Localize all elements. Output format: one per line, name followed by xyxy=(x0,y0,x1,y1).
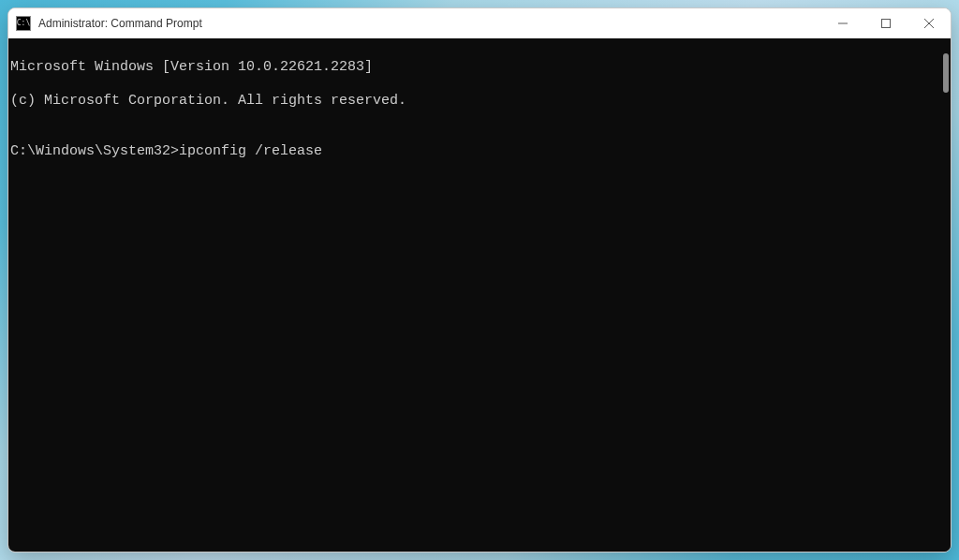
terminal-prompt: C:\Windows\System32> xyxy=(10,143,179,159)
terminal-line: (c) Microsoft Corporation. All rights re… xyxy=(10,93,949,110)
scrollbar-thumb[interactable] xyxy=(943,53,949,93)
window-controls xyxy=(821,8,951,38)
minimize-icon xyxy=(838,19,848,28)
terminal-area[interactable]: Microsoft Windows [Version 10.0.22621.22… xyxy=(8,38,951,552)
close-icon xyxy=(924,19,934,28)
terminal-prompt-line: C:\Windows\System32>ipconfig /release xyxy=(10,143,949,160)
titlebar[interactable]: C:\ Administrator: Command Prompt xyxy=(8,8,951,38)
terminal-command: ipconfig /release xyxy=(179,143,322,159)
svg-rect-1 xyxy=(882,20,891,28)
maximize-button[interactable] xyxy=(864,8,907,38)
window-title: Administrator: Command Prompt xyxy=(38,17,202,30)
maximize-icon xyxy=(881,19,891,28)
close-button[interactable] xyxy=(907,8,951,38)
terminal-line: Microsoft Windows [Version 10.0.22621.22… xyxy=(10,59,949,76)
cmd-icon: C:\ xyxy=(16,16,31,31)
cmd-icon-glyph: C:\ xyxy=(17,20,30,27)
scrollbar-track[interactable] xyxy=(936,38,951,552)
minimize-button[interactable] xyxy=(821,8,864,38)
command-prompt-window: C:\ Administrator: Command Prompt Micros… xyxy=(7,7,952,553)
